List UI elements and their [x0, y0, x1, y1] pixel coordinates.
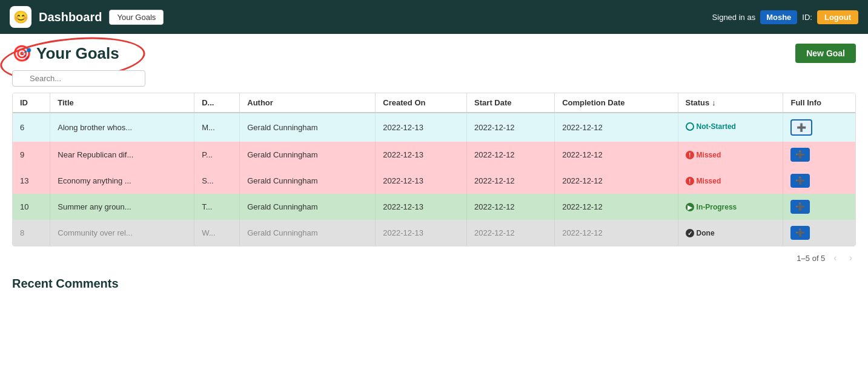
col-full-info: Full Info [783, 93, 855, 113]
cell-d: M... [194, 113, 240, 142]
goals-table: ID Title D... Author Created On Start Da… [13, 93, 855, 246]
status-badge: ! Missed [686, 151, 721, 159]
cell-created-on: 2022-12-13 [376, 142, 467, 168]
header-left: 😊 Dashboard Your Goals [10, 6, 164, 28]
cell-full-info: ➕ [783, 194, 855, 220]
status-badge: Not-Started [686, 122, 736, 131]
table-row: 13 Economy anything ... S... Gerald Cunn… [13, 168, 855, 194]
status-text: Done [697, 229, 715, 237]
cell-d: T... [194, 194, 240, 220]
status-text: Not-Started [697, 122, 736, 131]
pagination-prev-button[interactable]: ‹ [830, 251, 840, 265]
status-badge: ▶ In-Progress [686, 203, 737, 211]
cell-title: Community over rel... [50, 220, 194, 246]
col-id: ID [13, 93, 50, 113]
page-title-row: 🎯 Your Goals New Goal [12, 44, 856, 63]
cell-status: ✓ Done [678, 220, 783, 246]
full-info-button[interactable]: ➕ [790, 119, 812, 136]
status-icon-done: ✓ [686, 229, 694, 237]
cell-id: 8 [13, 220, 50, 246]
cell-start-date: 2022-12-12 [467, 113, 555, 142]
new-goal-button[interactable]: New Goal [795, 44, 856, 63]
cell-completion-date: 2022-12-12 [555, 113, 678, 142]
cell-author: Gerald Cunningham [240, 220, 376, 246]
header-title: Dashboard [39, 10, 102, 24]
goals-icon: 🎯 [12, 44, 31, 63]
cell-id: 9 [13, 142, 50, 168]
pagination-label: 1–5 of 5 [797, 254, 825, 263]
col-created-on: Created On [376, 93, 467, 113]
status-icon-missed: ! [686, 177, 694, 185]
status-text: Missed [697, 177, 721, 185]
cell-title: Near Republican dif... [50, 142, 194, 168]
cell-author: Gerald Cunningham [240, 142, 376, 168]
cell-completion-date: 2022-12-12 [555, 142, 678, 168]
cell-start-date: 2022-12-12 [467, 194, 555, 220]
logo: 😊 [10, 6, 31, 28]
cell-full-info: ➕ [783, 168, 855, 194]
col-title: Title [50, 93, 194, 113]
recent-comments-title: Recent Comments [12, 277, 856, 291]
cell-status: ! Missed [678, 142, 783, 168]
header: 😊 Dashboard Your Goals Signed in as Mosh… [0, 0, 868, 34]
status-icon-in-progress: ▶ [686, 203, 694, 211]
table-row: 6 Along brother whos... M... Gerald Cunn… [13, 113, 855, 142]
table-row: 8 Community over rel... W... Gerald Cunn… [13, 220, 855, 246]
cell-status: Not-Started [678, 113, 783, 142]
full-info-button[interactable]: ➕ [790, 226, 810, 240]
status-icon-not-started [686, 122, 694, 131]
cell-start-date: 2022-12-12 [467, 142, 555, 168]
status-badge: ! Missed [686, 177, 721, 185]
cell-created-on: 2022-12-13 [376, 113, 467, 142]
page-title: Your Goals [36, 44, 119, 63]
cell-status: ! Missed [678, 168, 783, 194]
cell-created-on: 2022-12-13 [376, 220, 467, 246]
cell-full-info: ➕ [783, 220, 855, 246]
full-info-button[interactable]: ➕ [790, 174, 810, 188]
cell-title: Economy anything ... [50, 168, 194, 194]
col-completion-date: Completion Date [555, 93, 678, 113]
cell-author: Gerald Cunningham [240, 113, 376, 142]
cell-id: 10 [13, 194, 50, 220]
cell-created-on: 2022-12-13 [376, 194, 467, 220]
full-info-button[interactable]: ➕ [790, 148, 810, 162]
table-row: 9 Near Republican dif... P... Gerald Cun… [13, 142, 855, 168]
col-status[interactable]: Status ↓ [678, 93, 783, 113]
status-badge: ✓ Done [686, 229, 715, 237]
header-right: Signed in as Moshe ID: Logout [712, 10, 858, 24]
full-info-button[interactable]: ➕ [790, 200, 810, 214]
cell-status: ▶ In-Progress [678, 194, 783, 220]
cell-id: 6 [13, 113, 50, 142]
cell-completion-date: 2022-12-12 [555, 168, 678, 194]
cell-completion-date: 2022-12-12 [555, 220, 678, 246]
table-row: 10 Summer any groun... T... Gerald Cunni… [13, 194, 855, 220]
status-icon-missed: ! [686, 151, 694, 159]
page-content: 🎯 Your Goals New Goal 🔍 ID Title D... Au… [0, 34, 868, 300]
logout-button[interactable]: Logout [817, 10, 858, 24]
your-goals-nav-button[interactable]: Your Goals [109, 10, 164, 25]
page-title-container: 🎯 Your Goals [12, 44, 119, 63]
table-header-row: ID Title D... Author Created On Start Da… [13, 93, 855, 113]
cell-author: Gerald Cunningham [240, 168, 376, 194]
cell-full-info: ➕ [783, 142, 855, 168]
cell-completion-date: 2022-12-12 [555, 194, 678, 220]
cell-created-on: 2022-12-13 [376, 168, 467, 194]
signed-in-label: Signed in as [712, 13, 756, 22]
cell-d: W... [194, 220, 240, 246]
col-d: D... [194, 93, 240, 113]
cell-start-date: 2022-12-12 [467, 168, 555, 194]
logo-icon: 😊 [13, 10, 28, 24]
status-text: Missed [697, 151, 721, 159]
status-text: In-Progress [697, 203, 737, 211]
pagination-next-button[interactable]: › [846, 251, 856, 265]
col-author: Author [240, 93, 376, 113]
goals-table-wrapper: ID Title D... Author Created On Start Da… [12, 93, 856, 246]
cell-start-date: 2022-12-12 [467, 220, 555, 246]
cell-full-info: ➕ [783, 113, 855, 142]
search-row: 🔍 [12, 70, 856, 87]
pagination-row: 1–5 of 5 ‹ › [12, 251, 856, 265]
cell-author: Gerald Cunningham [240, 194, 376, 220]
search-input[interactable] [12, 70, 145, 87]
cell-id: 13 [13, 168, 50, 194]
col-start-date: Start Date [467, 93, 555, 113]
